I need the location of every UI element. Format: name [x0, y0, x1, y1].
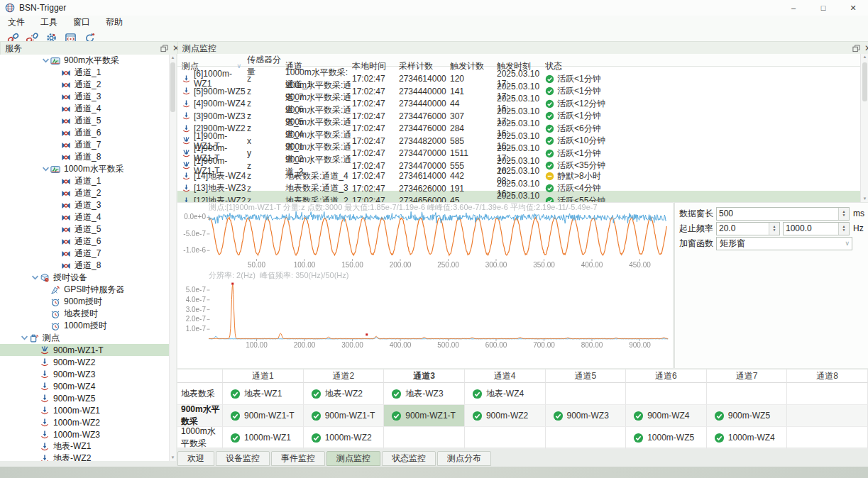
column-header[interactable]: 采样计数	[399, 60, 450, 72]
tree-item[interactable]: 通道_6	[0, 235, 176, 248]
column-header[interactable]: 触发计数	[450, 60, 497, 72]
tree-item[interactable]: 900m-WZ4	[0, 380, 176, 392]
chevron-down-icon[interactable]	[20, 333, 29, 343]
window-length-input[interactable]	[717, 208, 842, 220]
tree-item[interactable]: 通道_5	[0, 115, 176, 127]
tab-active[interactable]: 测点监控	[326, 451, 380, 466]
matrix-cell[interactable]	[787, 405, 868, 427]
tab-item[interactable]: 设备监控	[216, 451, 270, 466]
tree-item[interactable]: 通道_4	[0, 211, 176, 223]
chevron-down-icon[interactable]	[41, 165, 50, 174]
tree-item[interactable]: 通道_6	[0, 127, 176, 139]
tree-item[interactable]: 通道_3	[0, 91, 176, 103]
tree-item[interactable]: 测点	[0, 332, 176, 344]
matrix-cell[interactable]: 1000m-WZ4	[707, 427, 788, 449]
matrix-cell[interactable]: 900m-WZ3	[546, 405, 627, 427]
scroll-up-icon[interactable]: ▲	[861, 54, 868, 60]
column-header[interactable]: 本地时间	[352, 60, 399, 72]
services-tree-scrollbar[interactable]: ▲ ▼	[169, 55, 176, 461]
matrix-cell[interactable]: 地表-WZ2	[304, 383, 385, 405]
tree-item[interactable]: 通道_2	[0, 79, 176, 91]
tree-item[interactable]: 1000m-WZ3	[0, 428, 176, 440]
tree-item[interactable]: 通道_8	[0, 151, 176, 163]
tree-item[interactable]: 通道_4	[0, 103, 176, 115]
menu-item[interactable]: 工具	[33, 15, 65, 30]
tab-item[interactable]: 测点分布	[437, 451, 491, 466]
matrix-cell[interactable]: 地表-WZ4	[465, 383, 546, 405]
matrix-cell[interactable]: 地表-WZ1	[223, 383, 304, 405]
matrix-cell[interactable]	[384, 427, 465, 449]
matrix-cell[interactable]: 1000m-WZ2	[304, 427, 385, 449]
tree-item[interactable]: 通道_7	[0, 248, 176, 260]
chevron-down-icon[interactable]	[41, 56, 50, 65]
tree-item[interactable]: 900m-WZ1-T	[0, 344, 176, 356]
waveform-spectrum-canvas[interactable]	[177, 203, 673, 359]
tree-item[interactable]: 1000m水平数采	[0, 163, 176, 175]
maximize-button[interactable]: □	[808, 0, 838, 16]
matrix-cell[interactable]: 地表-WZ3	[384, 383, 465, 405]
tree-item[interactable]: GPS时钟服务器	[0, 284, 176, 296]
tree-item[interactable]: 通道_1	[0, 175, 176, 187]
tree-item[interactable]: 通道_1	[0, 67, 176, 79]
tree-item[interactable]: 通道_5	[0, 223, 176, 235]
scroll-down-icon[interactable]: ▼	[861, 196, 868, 202]
matrix-cell[interactable]: 900m-WZ1-T	[304, 405, 385, 427]
spinner-icon[interactable]: ▲▼	[769, 223, 779, 235]
tree-item[interactable]: 通道_2	[0, 187, 176, 199]
matrix-cell[interactable]: 1000m-WZ5	[626, 427, 707, 449]
matrix-cell[interactable]	[707, 383, 788, 405]
tree-item[interactable]: 地表-WZ2	[0, 452, 176, 461]
matrix-cell[interactable]: 900m-WZ5	[707, 405, 788, 427]
points-table-scrollbar[interactable]: ▲ ▼	[860, 54, 868, 202]
tree-item[interactable]: 通道_7	[0, 139, 176, 151]
tab-item[interactable]: 欢迎	[177, 451, 214, 466]
scroll-up-icon[interactable]: ▲	[170, 55, 176, 61]
tree-item[interactable]: 1000m授时	[0, 320, 176, 332]
matrix-cell[interactable]	[787, 383, 868, 405]
chevron-down-icon[interactable]	[31, 273, 40, 282]
tree-item[interactable]: 通道_3	[0, 199, 176, 211]
scrollbar-thumb[interactable]	[170, 62, 175, 112]
scrollbar-thumb[interactable]	[862, 62, 867, 101]
tree-item[interactable]: 地表-WZ1	[0, 440, 176, 452]
matrix-cell[interactable]	[465, 427, 546, 449]
float-panel-icon[interactable]	[159, 44, 169, 53]
tab-item[interactable]: 状态监控	[382, 451, 436, 466]
freq-to-input[interactable]	[784, 223, 842, 235]
tree-item[interactable]: 1000m-WZ2	[0, 416, 176, 428]
tree-item[interactable]: 900m-WZ3	[0, 368, 176, 380]
menu-item[interactable]: 文件	[0, 15, 33, 30]
matrix-cell[interactable]: 900m-WZ1-T	[223, 405, 304, 427]
spinner-icon[interactable]: ▲▼	[838, 208, 849, 220]
tree-item[interactable]: 900m-WZ5	[0, 392, 176, 404]
tree-item[interactable]: 授时设备	[0, 272, 176, 284]
spinner-icon[interactable]: ▲▼	[838, 223, 849, 235]
matrix-cell[interactable]: 900m-WZ1-T	[384, 405, 465, 427]
matrix-cell[interactable]: 900m-WZ4	[626, 405, 707, 427]
matrix-cell[interactable]	[546, 383, 627, 405]
menu-item[interactable]: 帮助	[98, 15, 131, 30]
tree-item[interactable]: 900m水平数采	[0, 55, 176, 67]
matrix-cell[interactable]: 1000m-WZ1	[223, 427, 304, 449]
tree-item[interactable]: 900m授时	[0, 296, 176, 308]
channel-icon	[61, 68, 71, 78]
float-panel-icon[interactable]	[851, 44, 861, 53]
column-header[interactable]: 状态	[545, 60, 860, 72]
tab-item[interactable]: 事件监控	[271, 451, 325, 466]
matrix-cell[interactable]	[787, 427, 868, 449]
freq-from-input[interactable]	[717, 223, 772, 235]
minimize-button[interactable]: –	[779, 0, 808, 16]
matrix-cell[interactable]: 900m-WZ2	[465, 405, 546, 427]
tree-item[interactable]: 900m-WZ2	[0, 356, 176, 368]
matrix-cell[interactable]	[626, 383, 707, 405]
tree-item[interactable]: 1000m-WZ1	[0, 404, 176, 416]
close-panel-icon[interactable]: ✕	[863, 44, 868, 53]
tree-item-label: 900m-WZ4	[53, 382, 95, 391]
window-fn-select[interactable]: 矩形窗 ∨	[716, 237, 852, 250]
menu-item[interactable]: 窗口	[65, 15, 98, 30]
matrix-cell[interactable]	[546, 427, 627, 449]
close-button[interactable]: ✕	[838, 0, 868, 16]
tree-item[interactable]: 通道_8	[0, 260, 176, 272]
tree-item[interactable]: 地表授时	[0, 308, 176, 320]
scroll-down-icon[interactable]: ▼	[170, 455, 176, 461]
